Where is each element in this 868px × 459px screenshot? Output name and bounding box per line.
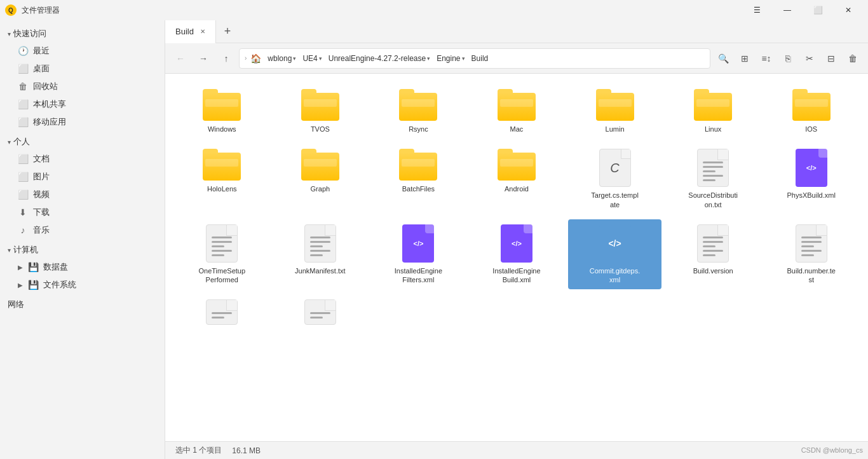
minimize-button[interactable]: — (773, 0, 802, 20)
videos-icon: ⬜ (18, 189, 28, 200)
sidebar-item-documents[interactable]: ⬜ 文档 (0, 150, 165, 168)
file-item-junkmanifest[interactable]: JunkManifest.txt (274, 219, 367, 290)
share-icon: ⬜ (18, 99, 28, 109)
file-name-rsync: Rsync (409, 125, 428, 134)
tabbar: Build ✕ + (165, 20, 868, 43)
menu-button[interactable]: ☰ (742, 0, 771, 20)
main-layout: ▾ 快速访问 🕐 最近 ⬜ 桌面 🗑 回收站 ⬜ 本机共享 ⬜ 移动应用 (0, 20, 868, 459)
file-name-windows: Windows (208, 125, 236, 134)
file-item-linux[interactable]: Linux (667, 84, 760, 139)
file-grid-container: Windows TVOS Rsync (165, 74, 868, 441)
sidebar-item-downloads[interactable]: ⬇ 下载 (0, 203, 165, 221)
file-item-batchfiles[interactable]: BatchFiles (372, 144, 465, 214)
breadcrumb-item-engine[interactable]: Engine ▾ (434, 53, 467, 64)
sidebar-item-filesystem[interactable]: ▶ 💾 文件系统 (0, 276, 165, 294)
file-item-windows[interactable]: Windows (175, 84, 269, 139)
file-item-android[interactable]: Android (470, 144, 564, 214)
sidebar-item-pictures[interactable]: ⬜ 图片 (0, 168, 165, 186)
sidebar-item-trash[interactable]: 🗑 回收站 (0, 78, 165, 95)
sidebar-section-header-network[interactable]: 网络 (0, 296, 165, 313)
sidebar-item-recent[interactable]: 🕐 最近 (0, 42, 165, 60)
sidebar-item-mobileapp[interactable]: ⬜ 移动应用 (0, 113, 165, 131)
generic-file-icon-sourcedist (697, 149, 729, 187)
trash-icon: 🗑 (18, 81, 28, 92)
sidebar-item-label-pictures: 图片 (33, 171, 50, 182)
sidebar-section-quickaccess: ▾ 快速访问 🕐 最近 ⬜ 桌面 🗑 回收站 ⬜ 本机共享 ⬜ 移动应用 (0, 25, 165, 131)
file-item-sourcedistribution[interactable]: SourceDistribution.txt (667, 144, 760, 214)
tab-build[interactable]: Build ✕ (165, 20, 216, 43)
sidebar-item-label-desktop: 桌面 (33, 63, 50, 74)
file-item-rsync[interactable]: Rsync (372, 84, 465, 139)
cut-button[interactable]: ✂ (799, 48, 820, 69)
back-button[interactable]: ← (170, 48, 191, 69)
copy-button[interactable]: ⎘ (778, 48, 798, 69)
file-item-tvos[interactable]: TVOS (274, 84, 367, 139)
file-item-installedenginebuild[interactable]: </> InstalledEngineBuild.xml (470, 219, 564, 290)
sidebar-item-label-downloads: 下载 (33, 207, 50, 218)
maximize-button[interactable]: ⬜ (803, 0, 832, 20)
pictures-icon: ⬜ (18, 172, 28, 182)
search-button[interactable]: 🔍 (713, 48, 733, 69)
sidebar-item-music[interactable]: ♪ 音乐 (0, 221, 165, 239)
file-item-physxbuild-xml[interactable]: </> PhysXBuild.xml (764, 144, 858, 214)
file-item-mac[interactable]: Mac (470, 84, 564, 139)
sidebar-item-desktop[interactable]: ⬜ 桌面 (0, 60, 165, 78)
up-button[interactable]: ↑ (216, 48, 236, 69)
new-tab-button[interactable]: + (216, 20, 239, 43)
disk-icon: 💾 (28, 262, 38, 272)
sidebar-section-header-computer[interactable]: ▾ 计算机 (0, 242, 165, 258)
breadcrumb-item-wblong[interactable]: wblong ▾ (265, 53, 299, 64)
file-item-build-version[interactable]: Build.version (667, 219, 760, 290)
breadcrumb-chevron-ue4: ▾ (319, 55, 322, 62)
sidebar-item-label-documents: 文档 (33, 153, 50, 165)
view-toggle-button[interactable]: ⊞ (735, 48, 755, 69)
forward-button[interactable]: → (193, 48, 214, 69)
breadcrumb-item-ue4[interactable]: UE4 ▾ (300, 53, 324, 64)
file-item-build-number-test[interactable]: Build.number.test (764, 219, 858, 290)
sidebar-section-header-personal[interactable]: ▾ 个人 (0, 134, 165, 150)
breadcrumb-item-build[interactable]: Build (469, 53, 491, 64)
file-item-target-cs-template[interactable]: C Target.cs.template (568, 144, 661, 214)
breadcrumb-arrow: › (245, 55, 247, 62)
sidebar-item-videos[interactable]: ⬜ 视频 (0, 186, 165, 203)
file-item-partial-2[interactable] (274, 294, 367, 330)
folder-icon-tvos (301, 89, 339, 121)
xml-tag-label-filters: </> (413, 240, 423, 247)
file-name-build-number-test: Build.number.test (786, 266, 837, 285)
sidebar-section-personal: ▾ 个人 ⬜ 文档 ⬜ 图片 ⬜ 视频 ⬇ 下载 ♪ 音乐 (0, 134, 165, 239)
file-item-hololens[interactable]: HoloLens (175, 144, 269, 214)
addressbar: ← → ↑ › 🏠 wblong ▾ UE4 ▾ UnrealEngine-4.… (165, 43, 868, 74)
c-letter-label: C (610, 161, 619, 175)
sidebar-section-label-quickaccess: 快速访问 (13, 28, 46, 39)
xml-tag-label-build: </> (512, 240, 522, 247)
clock-icon: 🕐 (18, 46, 28, 56)
sidebar-item-localshare[interactable]: ⬜ 本机共享 (0, 95, 165, 113)
close-button[interactable]: ✕ (834, 0, 863, 20)
breadcrumb-item-unrealengine[interactable]: UnrealEngine-4.27.2-release ▾ (326, 53, 433, 64)
file-item-commit-gitdeps[interactable]: </> Commit.gitdeps.xml (568, 219, 661, 290)
content-area: Build ✕ + ← → ↑ › 🏠 wblong ▾ UE4 ▾ (165, 20, 868, 459)
sort-button[interactable]: ≡↕ (756, 48, 776, 69)
xml-tag-label-commit: </> (608, 238, 621, 249)
breadcrumb-label-ue4: UE4 (302, 54, 317, 63)
file-lines (212, 236, 232, 256)
sidebar-section-header-quickaccess[interactable]: ▾ 快速访问 (0, 25, 165, 42)
tab-close-build[interactable]: ✕ (200, 28, 205, 35)
titlebar: Q 文件管理器 ☰ — ⬜ ✕ (0, 0, 868, 20)
generic-file-icon-junkmanifest (304, 224, 336, 263)
paste-button[interactable]: ⊟ (821, 48, 841, 69)
folder-icon-android (498, 149, 536, 181)
sidebar-section-label-personal: 个人 (13, 136, 30, 147)
file-item-ios[interactable]: IOS (764, 84, 858, 139)
sidebar-item-datadisk[interactable]: ▶ 💾 数据盘 (0, 258, 165, 276)
file-item-lumin[interactable]: Lumin (568, 84, 661, 139)
file-item-graph[interactable]: Graph (274, 144, 367, 214)
breadcrumb-item-home[interactable]: 🏠 (248, 52, 264, 65)
desktop-icon: ⬜ (18, 64, 28, 74)
xml-file-icon-commit: </> (599, 224, 631, 263)
delete-button[interactable]: 🗑 (843, 48, 863, 69)
file-item-partial-1[interactable] (175, 294, 269, 330)
file-item-installedenginefilters[interactable]: </> InstalledEngineFilters.xml (372, 219, 465, 290)
file-lines (310, 236, 330, 256)
file-item-onetimesetup[interactable]: OneTimeSetupPerformed (175, 219, 269, 290)
